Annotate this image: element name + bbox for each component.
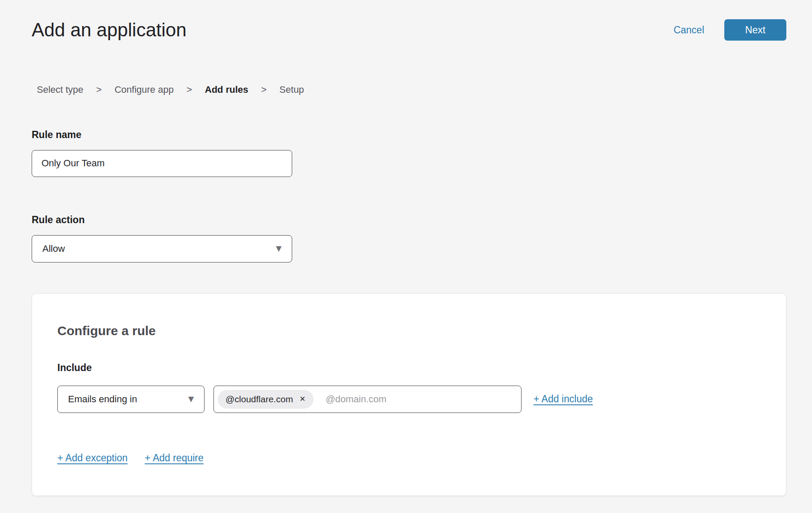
breadcrumb-separator: > [96,84,102,95]
rule-name-label: Rule name [32,129,786,141]
breadcrumb-separator: > [261,84,267,95]
email-domain-chip: @cloudflare.com ✕ [218,390,314,409]
breadcrumb: Select type > Configure app > Add rules … [37,84,786,95]
breadcrumb-separator: > [187,84,192,95]
cancel-button[interactable]: Cancel [673,24,704,36]
page: Add an application Cancel Next Select ty… [0,19,812,496]
rule-card-title: Configure a rule [57,324,760,338]
email-domain-input[interactable] [314,394,521,405]
page-title: Add an application [32,19,187,41]
include-label: Include [57,362,760,374]
email-domain-chip-label: @cloudflare.com [225,394,293,404]
chevron-down-icon: ▼ [188,395,194,403]
add-exception-link[interactable]: + Add exception [57,452,127,464]
rule-card-links: + Add exception + Add require [57,452,760,464]
rule-action-label: Rule action [32,214,786,226]
include-criteria-selected-value: Emails ending in [68,394,137,405]
rule-action-selected-value: Allow [42,243,65,254]
rule-name-input[interactable] [32,150,292,177]
breadcrumb-step-configure-app[interactable]: Configure app [115,84,174,95]
include-criteria-select[interactable]: Emails ending in ▼ [57,386,204,413]
chevron-down-icon: ▼ [276,245,282,252]
configure-rule-card: Configure a rule Include Emails ending i… [32,293,786,496]
rule-action-select[interactable]: Allow ▼ [32,235,292,262]
email-domain-chip-field[interactable]: @cloudflare.com ✕ [213,386,522,413]
breadcrumb-step-setup[interactable]: Setup [279,84,304,95]
next-button[interactable]: Next [724,19,786,41]
breadcrumb-step-select-type[interactable]: Select type [37,84,83,95]
header-actions: Cancel Next [673,19,786,41]
add-include-link[interactable]: + Add include [533,393,593,405]
include-rule-row: Emails ending in ▼ @cloudflare.com ✕ + A… [57,386,760,413]
chip-remove-icon[interactable]: ✕ [299,395,305,403]
breadcrumb-step-add-rules[interactable]: Add rules [205,84,248,95]
page-header: Add an application Cancel Next [32,19,786,41]
add-require-link[interactable]: + Add require [145,452,203,464]
